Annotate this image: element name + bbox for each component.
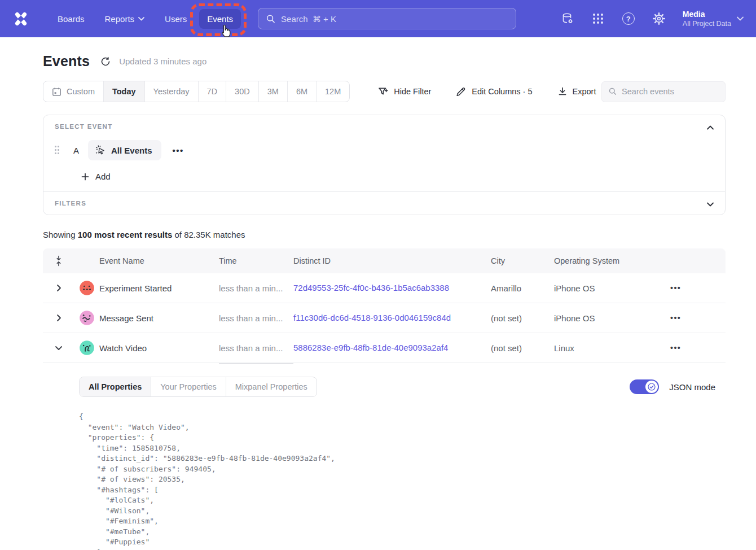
toggle-knob xyxy=(645,381,658,393)
event-selector-chip[interactable]: All Events xyxy=(88,140,161,160)
expand-row-icon[interactable] xyxy=(51,281,66,295)
distinct-id-link[interactable]: 5886283e-e9fb-48fb-81de-40e9093a2af4 xyxy=(293,343,448,352)
city-cell: (not set) xyxy=(491,313,554,323)
select-event-section: SELECT EVENT A xyxy=(43,115,725,191)
time-cell: less than a min... xyxy=(219,313,293,323)
event-query-row: A All Events ••• xyxy=(55,140,714,160)
event-avatar xyxy=(79,280,95,296)
row-menu-button[interactable]: ••• xyxy=(657,283,726,293)
nav-item-label: Reports xyxy=(105,14,135,24)
global-search-input[interactable] xyxy=(281,14,508,24)
event-json-content: { "event": "Watch Video", "properties": … xyxy=(79,412,715,550)
nav-item-users[interactable]: Users xyxy=(157,9,195,29)
event-row-letter: A xyxy=(72,146,80,155)
top-navigation: Boards Reports Users Events xyxy=(0,0,756,37)
table-header-row: Event Name Time Distinct ID City Operati… xyxy=(43,248,726,273)
calendar-icon xyxy=(52,87,61,97)
nav-item-label: Events xyxy=(207,14,233,24)
filters-label: FILTERS xyxy=(55,200,714,207)
column-header-os[interactable]: Operating System xyxy=(554,256,657,265)
chevron-down-icon xyxy=(138,17,144,21)
project-name: Media xyxy=(683,9,731,19)
os-cell: Linux xyxy=(554,343,657,353)
event-name-cell: Experiment Started xyxy=(99,283,219,293)
pencil-icon xyxy=(456,86,467,97)
download-icon xyxy=(557,86,568,97)
events-search-input[interactable] xyxy=(622,87,718,96)
global-search[interactable] xyxy=(258,8,516,29)
event-name-cell: Watch Video xyxy=(99,343,219,353)
distinct-id-link[interactable]: 72d49553-25fc-4f0c-b436-1b5ac6ab3388 xyxy=(293,283,449,293)
nav-item-events[interactable]: Events xyxy=(199,9,241,29)
event-more-menu[interactable]: ••• xyxy=(169,143,187,158)
date-option-3m[interactable]: 3M xyxy=(259,81,288,102)
date-option-custom[interactable]: Custom xyxy=(43,81,104,102)
os-cell: iPhone OS xyxy=(554,283,657,293)
date-option-today[interactable]: Today xyxy=(104,81,145,102)
export-button[interactable]: Export xyxy=(557,86,596,97)
mixpanel-logo-icon[interactable] xyxy=(12,10,29,27)
chevron-up-icon[interactable] xyxy=(705,122,716,133)
column-header-time[interactable]: Time xyxy=(219,256,293,265)
sparkle-cursor-icon xyxy=(95,145,106,156)
os-cell: iPhone OS xyxy=(554,313,657,323)
apps-grid-icon[interactable] xyxy=(591,12,605,25)
column-header-city[interactable]: City xyxy=(491,256,554,265)
row-menu-button[interactable]: ••• xyxy=(657,343,726,352)
funnel-plus-icon xyxy=(378,86,389,97)
help-icon[interactable]: ? xyxy=(622,12,635,25)
row-menu-button[interactable]: ••• xyxy=(657,313,726,322)
date-option-7d[interactable]: 7D xyxy=(199,81,227,102)
tab-mixpanel-properties[interactable]: Mixpanel Properties xyxy=(226,377,317,396)
expand-row-icon[interactable] xyxy=(51,311,66,325)
last-updated-text: Updated 3 minutes ago xyxy=(119,56,206,66)
page-header: Events Updated 3 minutes ago xyxy=(43,53,726,69)
event-avatar xyxy=(79,310,95,326)
refresh-icon[interactable] xyxy=(100,56,111,67)
json-mode-label: JSON mode xyxy=(669,382,715,392)
hide-filter-button[interactable]: Hide Filter xyxy=(378,86,431,97)
date-range-control: Custom Today Yesterday 7D 30D 3M 6M 12M xyxy=(43,81,350,102)
drag-handle-icon[interactable] xyxy=(55,146,60,155)
nav-menu: Boards Reports Users Events xyxy=(50,9,241,29)
events-search[interactable] xyxy=(601,81,726,102)
json-mode-toggle[interactable] xyxy=(630,379,659,394)
event-chip-label: All Events xyxy=(111,146,152,155)
filters-section[interactable]: FILTERS xyxy=(43,191,725,215)
date-option-30d[interactable]: 30D xyxy=(226,81,259,102)
events-table: Event Name Time Distinct ID City Operati… xyxy=(43,248,726,550)
plus-icon xyxy=(81,172,90,181)
project-scope: All Project Data xyxy=(683,19,731,28)
nav-item-boards[interactable]: Boards xyxy=(50,9,93,29)
nav-right-actions: ? Media All Project Data xyxy=(561,9,744,28)
project-selector[interactable]: Media All Project Data xyxy=(683,9,744,28)
distinct-id-link[interactable]: f11c30d6-dc6d-4518-9136-0d046159c84d xyxy=(293,313,451,322)
check-icon xyxy=(648,383,656,391)
settings-gear-icon[interactable] xyxy=(652,12,666,25)
tab-all-properties[interactable]: All Properties xyxy=(80,377,151,396)
event-name-cell: Message Sent xyxy=(99,313,219,323)
query-builder-card: SELECT EVENT A xyxy=(43,115,726,215)
chevron-down-icon xyxy=(737,16,744,21)
column-header-distinct-id[interactable]: Distinct ID xyxy=(293,256,491,265)
collapse-row-icon[interactable] xyxy=(51,341,66,355)
select-event-label: SELECT EVENT xyxy=(55,123,714,130)
time-cell: less than a min... xyxy=(219,283,293,293)
edit-columns-button[interactable]: Edit Columns · 5 xyxy=(456,86,532,97)
city-cell: Amarillo xyxy=(491,283,554,293)
date-option-12m[interactable]: 12M xyxy=(317,81,349,102)
date-option-yesterday[interactable]: Yesterday xyxy=(145,81,199,102)
data-management-icon[interactable] xyxy=(561,12,574,25)
nav-item-label: Boards xyxy=(58,14,85,24)
column-header-event-name[interactable]: Event Name xyxy=(99,256,219,265)
nav-item-reports[interactable]: Reports xyxy=(97,9,153,29)
search-icon xyxy=(266,14,275,24)
add-event-button[interactable]: Add xyxy=(81,172,126,181)
sort-icon[interactable] xyxy=(43,255,74,267)
date-option-6m[interactable]: 6M xyxy=(288,81,317,102)
events-page: Events Updated 3 minutes ago Custom Toda… xyxy=(0,53,756,550)
table-row: Message Sent less than a min... f11c30d6… xyxy=(43,303,726,333)
tab-your-properties[interactable]: Your Properties xyxy=(151,377,226,396)
controls-row: Custom Today Yesterday 7D 30D 3M 6M 12M … xyxy=(43,81,726,102)
chevron-down-icon[interactable] xyxy=(705,199,716,210)
